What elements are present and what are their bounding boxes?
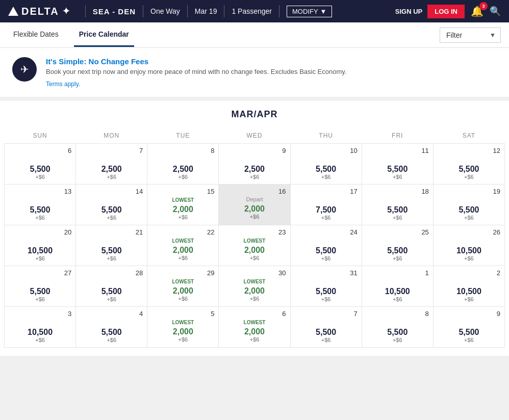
table-row[interactable]: 215,500+$6 xyxy=(76,225,147,266)
modify-button[interactable]: MODIFY ▼ xyxy=(287,6,332,17)
cell-price: 2,000 xyxy=(223,204,286,214)
table-row[interactable]: 110,500+$6 xyxy=(362,266,433,307)
col-wed: WED xyxy=(219,128,290,144)
table-row[interactable]: 105,500+$6 xyxy=(290,144,362,185)
table-row[interactable]: 30LOWEST2,000+$6 xyxy=(219,266,290,307)
cell-price: 2,500 xyxy=(151,165,214,174)
table-row[interactable]: 2610,500+$6 xyxy=(433,225,504,266)
header-divider-5 xyxy=(279,5,279,17)
table-row[interactable]: 23LOWEST2,000+$6 xyxy=(219,225,290,266)
table-row[interactable]: 115,500+$6 xyxy=(362,144,433,185)
search-icon[interactable]: 🔍 xyxy=(490,6,501,17)
cell-fee: +$6 xyxy=(9,255,71,261)
lowest-label: LOWEST xyxy=(151,320,214,325)
calendar-week-3: 275,500+$6285,500+$629LOWEST2,000+$630LO… xyxy=(5,266,505,307)
cell-fee: +$6 xyxy=(366,296,429,302)
table-row[interactable]: 2010,500+$6 xyxy=(5,225,76,266)
cell-fee: +$6 xyxy=(80,215,143,221)
table-row[interactable]: 75,500+$6 xyxy=(290,307,362,348)
cell-fee: +$6 xyxy=(295,337,358,343)
delta-wordmark: DELTA xyxy=(21,6,59,17)
table-row[interactable]: 185,500+$6 xyxy=(362,185,433,225)
table-row[interactable]: 95,500+$6 xyxy=(433,307,504,348)
notifications-bell[interactable]: 🔔 3 xyxy=(471,5,483,17)
date-number: 16 xyxy=(223,188,286,195)
date-number: 19 xyxy=(438,188,500,195)
table-row[interactable]: 255,500+$6 xyxy=(362,225,433,266)
table-row[interactable]: 135,500+$6 xyxy=(5,185,76,225)
table-row[interactable]: 275,500+$6 xyxy=(5,266,76,307)
cell-fee: +$6 xyxy=(438,255,500,261)
col-fri: FRI xyxy=(362,128,433,144)
cell-price: 5,500 xyxy=(295,165,358,174)
table-row[interactable]: 15LOWEST2,000+$6 xyxy=(147,185,219,225)
date-number: 12 xyxy=(438,147,500,154)
cell-price: 5,500 xyxy=(80,205,143,215)
date-number: 13 xyxy=(9,188,71,195)
cell-fee: +$6 xyxy=(151,296,214,302)
table-row[interactable]: 92,500+$6 xyxy=(219,144,290,185)
date-number: 7 xyxy=(80,147,143,154)
table-row[interactable]: 29LOWEST2,000+$6 xyxy=(147,266,219,307)
cell-fee: +$6 xyxy=(438,296,500,302)
cell-price: 2,000 xyxy=(223,327,286,336)
table-row[interactable]: 22LOWEST2,000+$6 xyxy=(147,225,219,266)
cell-fee: +$6 xyxy=(151,336,214,343)
cell-price: 5,500 xyxy=(366,328,429,337)
cell-price: 5,500 xyxy=(80,328,143,337)
table-row[interactable]: 16Depart2,000+$6 xyxy=(219,185,290,225)
table-row[interactable]: 210,500+$6 xyxy=(433,266,504,307)
cell-fee: +$6 xyxy=(223,174,286,180)
cell-price: 2,000 xyxy=(223,246,286,255)
table-row[interactable]: 5LOWEST2,000+$6 xyxy=(147,307,219,348)
col-sat: SAT xyxy=(433,128,504,144)
notification-badge: 3 xyxy=(479,2,488,10)
table-row[interactable]: 82,500+$6 xyxy=(147,144,219,185)
cell-fee: +$6 xyxy=(223,255,286,261)
table-row[interactable]: 72,500+$6 xyxy=(76,144,147,185)
cell-price: 10,500 xyxy=(438,287,500,296)
date-number: 8 xyxy=(151,147,214,154)
cell-fee: +$6 xyxy=(366,215,429,221)
delta-logo[interactable]: DELTA ✦ xyxy=(8,6,71,17)
cell-price: 5,500 xyxy=(366,165,429,174)
table-row[interactable]: 6LOWEST2,000+$6 xyxy=(219,307,290,348)
cell-price: 5,500 xyxy=(295,328,358,337)
tab-price-calendar[interactable]: Price Calendar xyxy=(74,23,134,47)
date-number: 23 xyxy=(223,228,286,236)
date-number: 27 xyxy=(9,269,71,277)
filter-select[interactable]: Filter xyxy=(440,28,501,43)
table-row[interactable]: 310,500+$6 xyxy=(5,307,76,348)
date-number: 31 xyxy=(295,269,358,277)
cell-fee: +$6 xyxy=(295,174,358,180)
table-row[interactable]: 245,500+$6 xyxy=(290,225,362,266)
table-row[interactable]: 177,500+$6 xyxy=(290,185,362,225)
table-row[interactable]: 45,500+$6 xyxy=(76,307,147,348)
promo-terms-link[interactable]: Terms apply. xyxy=(46,81,346,88)
tab-flexible-dates[interactable]: Flexible Dates xyxy=(8,23,64,47)
cell-fee: +$6 xyxy=(80,174,143,180)
table-row[interactable]: 125,500+$6 xyxy=(433,144,504,185)
cell-price: 5,500 xyxy=(438,205,500,215)
table-row[interactable]: 315,500+$6 xyxy=(290,266,362,307)
login-button[interactable]: LOG IN xyxy=(427,5,465,18)
no-change-fee-icon: ✈ xyxy=(20,63,29,75)
cell-fee: +$6 xyxy=(151,255,214,261)
route-display: SEA - DEN xyxy=(93,7,136,16)
lowest-label: LOWEST xyxy=(223,238,286,244)
cell-fee: +$6 xyxy=(223,336,286,343)
cell-fee: +$6 xyxy=(295,296,358,302)
date-number: 28 xyxy=(80,269,143,277)
table-row[interactable]: 145,500+$6 xyxy=(76,185,147,225)
cell-price: 10,500 xyxy=(9,246,71,255)
cell-price: 2,000 xyxy=(151,246,214,255)
table-row[interactable]: 65,500+$6 xyxy=(5,144,76,185)
table-row[interactable]: 85,500+$6 xyxy=(362,307,433,348)
table-row[interactable]: 285,500+$6 xyxy=(76,266,147,307)
cell-price: 5,500 xyxy=(9,287,71,296)
table-row[interactable]: 195,500+$6 xyxy=(433,185,504,225)
date-number: 11 xyxy=(366,147,429,154)
signup-button[interactable]: SIGN UP xyxy=(395,8,422,15)
date-number: 7 xyxy=(295,310,358,318)
calendar-grid: SUN MON TUE WED THU FRI SAT 65,500+$672,… xyxy=(4,128,505,348)
